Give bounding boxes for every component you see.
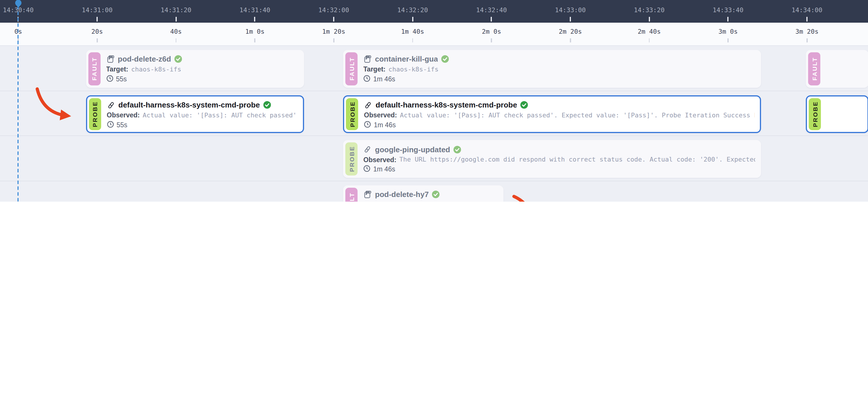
fault-card-container-kill-gua[interactable]: FAULT container-kill-gua Target:chaos-k8… xyxy=(343,50,761,88)
card-duration: 55s xyxy=(116,75,127,82)
check-icon xyxy=(432,191,440,198)
timebar-tick xyxy=(412,17,413,22)
timebar-time: 14:31:40 xyxy=(240,6,270,14)
card-title: default-harness-k8s-system-cmd-probe xyxy=(376,101,517,109)
target-value: chaos-k8s-ifs xyxy=(131,65,181,73)
clock-icon xyxy=(363,165,370,173)
clock-icon xyxy=(363,75,370,83)
timeline-canvas[interactable]: FAULT pod-delete-z6d Target:chaos-k8s-if… xyxy=(0,45,868,202)
timebar-time: 14:32:00 xyxy=(318,6,349,14)
ruler-tick xyxy=(97,38,98,42)
probe-badge: PROBE xyxy=(345,142,358,175)
timebar-tick xyxy=(806,17,808,22)
row-divider xyxy=(0,135,868,136)
fault-badge: FAULT xyxy=(808,52,820,85)
timebar-time: 14:32:40 xyxy=(476,6,507,14)
fault-badge: FAULT xyxy=(88,52,100,85)
pod-icon xyxy=(106,55,114,63)
ruler-tick xyxy=(727,38,728,42)
ruler-label: 3m 0s xyxy=(718,28,738,35)
ruler-tick xyxy=(254,38,255,42)
observed-label: Observed: xyxy=(363,156,397,163)
ruler-label: 1m 20s xyxy=(322,28,345,35)
target-value: chaos-k8s-ifs xyxy=(389,65,438,73)
check-icon xyxy=(264,101,271,109)
timebar-time: 14:34:00 xyxy=(792,6,823,14)
timebar-time: 14:31:20 xyxy=(160,6,191,14)
clock-icon xyxy=(364,121,371,129)
time-ruler: 0s20s40s1m 0s1m 20s1m 40s2m 0s2m 20s2m 4… xyxy=(0,23,868,45)
probe-card-google-ping-1[interactable]: PROBE google-ping-updated Observed:The U… xyxy=(343,140,761,178)
ruler-label: 2m 0s xyxy=(482,28,501,35)
timebar-time: 14:31:00 xyxy=(82,6,113,14)
pod-icon xyxy=(363,55,372,63)
timebar-tick xyxy=(96,17,98,22)
check-icon xyxy=(441,55,449,63)
check-icon xyxy=(454,145,461,153)
timebar-time: 14:33:00 xyxy=(555,6,586,14)
pod-icon xyxy=(363,190,372,198)
card-duration: 55s xyxy=(117,121,127,128)
chaos-timeline-screen: 14:30:4014:31:0014:31:2014:31:4014:32:00… xyxy=(0,0,868,202)
timebar-tick xyxy=(333,17,334,22)
probe-badge: PROBE xyxy=(809,98,821,130)
ruler-label: 20s xyxy=(91,28,103,35)
observed-value: Actual value: '[Pass]: AUT check passed'… xyxy=(143,111,298,119)
ruler-label: 2m 40s xyxy=(638,28,661,35)
probe-card-truncated[interactable]: PROBE xyxy=(806,95,868,133)
ruler-label: 1m 40s xyxy=(401,28,425,35)
ruler-tick xyxy=(491,38,492,42)
observed-label: Observed: xyxy=(107,111,140,119)
card-title: default-harness-k8s-system-cmd-probe xyxy=(118,101,260,109)
row-divider xyxy=(0,181,868,181)
timebar-tick xyxy=(649,17,650,22)
timebar-tick xyxy=(727,17,729,22)
check-icon xyxy=(521,101,528,109)
test-tube-icon xyxy=(364,101,372,109)
timebar-tick xyxy=(175,17,177,22)
timebar-tick xyxy=(491,17,492,22)
ruler-label: 40s xyxy=(170,28,182,35)
clock-icon xyxy=(107,121,114,129)
fault-card-truncated[interactable]: FAULT xyxy=(806,50,868,88)
ruler-tick xyxy=(807,38,808,42)
ruler-label: 3m 20s xyxy=(795,28,818,35)
probe-card-cmd-probe-2[interactable]: PROBE default-harness-k8s-system-cmd-pro… xyxy=(343,95,761,133)
timebar: 14:30:4014:31:0014:31:2014:31:4014:32:00… xyxy=(0,0,868,23)
ruler-label: 1m 0s xyxy=(245,28,265,35)
observed-value: Actual value: '[Pass]: AUT check passed'… xyxy=(400,111,755,119)
fault-badge: FAULT xyxy=(345,52,358,85)
ruler-tick xyxy=(649,38,650,42)
test-tube-icon xyxy=(107,101,115,109)
playhead-marker[interactable] xyxy=(15,0,22,8)
card-duration: 1m 46s xyxy=(373,75,395,82)
target-value: chaos-manager xyxy=(389,201,438,202)
ruler-tick xyxy=(176,38,177,42)
probe-card-cmd-probe-1[interactable]: PROBE default-harness-k8s-system-cmd-pro… xyxy=(86,95,304,133)
ruler-tick xyxy=(334,38,334,42)
row-divider xyxy=(0,91,868,91)
fault-card-pod-delete-z6d[interactable]: FAULT pod-delete-z6d Target:chaos-k8s-if… xyxy=(86,50,304,88)
clock-icon xyxy=(106,75,113,83)
timebar-time: 14:32:20 xyxy=(397,6,428,14)
ruler-tick xyxy=(412,38,413,42)
fault-badge: FAULT xyxy=(345,188,358,202)
card-title: google-ping-updated xyxy=(375,145,450,154)
target-label: Target: xyxy=(363,66,385,73)
target-label: Target: xyxy=(363,201,385,202)
probe-badge: PROBE xyxy=(89,98,101,130)
playhead-line[interactable] xyxy=(18,6,19,202)
observed-label: Observed: xyxy=(364,111,397,119)
fault-card-pod-delete-hy7[interactable]: FAULT pod-delete-hy7 Target:chaos-manage… xyxy=(343,185,503,202)
timebar-tick xyxy=(570,17,571,22)
card-title: container-kill-gua xyxy=(375,55,438,63)
timebar-time: 14:33:40 xyxy=(713,6,744,14)
card-duration: 1m 46s xyxy=(373,166,395,173)
timebar-tick xyxy=(254,17,255,22)
card-duration: 1m 46s xyxy=(374,121,396,128)
check-icon xyxy=(175,55,182,63)
ruler-label: 2m 20s xyxy=(559,28,582,35)
observed-value: The URL https://google.com did respond w… xyxy=(399,156,755,163)
probe-badge: PROBE xyxy=(346,98,358,130)
card-title: pod-delete-z6d xyxy=(118,55,171,63)
